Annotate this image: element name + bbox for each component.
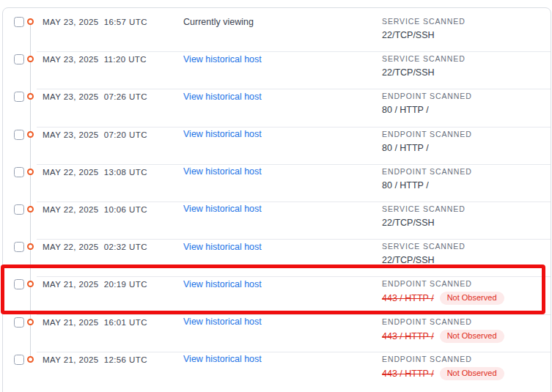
currently-viewing-label: Currently viewing bbox=[183, 16, 254, 29]
scan-time: 12:56 UTC bbox=[104, 355, 147, 364]
row-divider-line bbox=[37, 276, 551, 277]
scan-info: ENDPOINT SCANNED 80 / HTTP / bbox=[382, 166, 472, 192]
row-checkbox[interactable] bbox=[14, 92, 24, 102]
scan-date: MAY 21, 2025 bbox=[43, 355, 99, 364]
scan-type-label: ENDPOINT SCANNED bbox=[382, 354, 504, 364]
scan-timestamp: MAY 23, 202507:20 UTC bbox=[43, 129, 147, 141]
row-checkbox[interactable] bbox=[14, 279, 24, 289]
scan-value: 443 / HTTP / bbox=[382, 331, 434, 341]
scan-value: 22/TCP/SSH bbox=[382, 255, 435, 265]
timeline-row: MAY 21, 202512:56 UTC View historical ho… bbox=[3, 352, 551, 389]
host-history-panel: MAY 23, 202516:57 UTC Currently viewing … bbox=[2, 7, 551, 392]
row-checkbox[interactable] bbox=[14, 317, 24, 328]
timeline-row: MAY 21, 202520:19 UTC View historical ho… bbox=[3, 276, 551, 314]
scan-value: 22/TCP/SSH bbox=[382, 67, 435, 78]
scan-time: 11:20 UTC bbox=[104, 55, 147, 64]
view-historical-host-link[interactable]: View historical host bbox=[183, 91, 262, 103]
timeline-node-icon bbox=[27, 243, 34, 250]
view-historical-host-link[interactable]: View historical host bbox=[183, 316, 262, 328]
row-divider-line bbox=[37, 127, 551, 127]
timeline-row: MAY 23, 202507:20 UTC View historical ho… bbox=[3, 127, 551, 164]
timeline-node-icon bbox=[27, 319, 34, 325]
view-historical-host-link[interactable]: View historical host bbox=[183, 353, 262, 366]
not-observed-badge: Not Observed bbox=[440, 367, 504, 380]
scan-time: 20:19 UTC bbox=[104, 280, 147, 289]
scan-value: 22/TCP/SSH bbox=[382, 218, 435, 228]
scan-date: MAY 22, 2025 bbox=[43, 168, 99, 177]
timeline-node-icon bbox=[27, 18, 34, 25]
view-historical-host-link[interactable]: View historical host bbox=[183, 241, 262, 254]
timeline-node-icon bbox=[27, 131, 34, 138]
scan-time: 13:08 UTC bbox=[104, 168, 147, 177]
timeline-row: MAY 23, 202516:57 UTC Currently viewing … bbox=[3, 14, 551, 51]
history-row-list: MAY 23, 202516:57 UTC Currently viewing … bbox=[3, 14, 551, 389]
scan-timestamp: MAY 23, 202507:26 UTC bbox=[43, 91, 147, 103]
view-historical-host-link[interactable]: View historical host bbox=[183, 203, 262, 215]
row-divider-line bbox=[37, 352, 551, 352]
scan-type-label: SERVICE SCANNED bbox=[382, 241, 465, 251]
scan-value: 22/TCP/SSH bbox=[382, 30, 435, 40]
view-historical-host-link[interactable]: View historical host bbox=[183, 128, 262, 141]
scan-date: MAY 22, 2025 bbox=[43, 205, 99, 214]
scan-info: ENDPOINT SCANNED 80 / HTTP / bbox=[382, 91, 472, 117]
timeline-row: MAY 22, 202513:08 UTC View historical ho… bbox=[3, 164, 551, 201]
scan-type-label: SERVICE SCANNED bbox=[382, 53, 465, 64]
scan-timestamp: MAY 23, 202511:20 UTC bbox=[43, 53, 147, 65]
scan-timestamp: MAY 21, 202520:19 UTC bbox=[43, 278, 147, 290]
row-checkbox[interactable] bbox=[14, 17, 24, 27]
timeline-node-icon bbox=[27, 93, 34, 100]
scan-timestamp: MAY 22, 202510:06 UTC bbox=[43, 204, 147, 215]
scan-info: ENDPOINT SCANNED 443 / HTTP /Not Observe… bbox=[382, 354, 504, 380]
timeline-row: MAY 21, 202516:01 UTC View historical ho… bbox=[3, 314, 551, 352]
not-observed-badge: Not Observed bbox=[440, 330, 504, 343]
scan-time: 07:20 UTC bbox=[104, 130, 147, 139]
row-divider-line bbox=[37, 89, 551, 89]
timeline-node-icon bbox=[27, 206, 34, 212]
scan-timestamp: MAY 22, 202513:08 UTC bbox=[43, 166, 147, 178]
scan-value: 80 / HTTP / bbox=[382, 105, 429, 115]
scan-info: ENDPOINT SCANNED 80 / HTTP / bbox=[382, 129, 472, 155]
scan-type-label: ENDPOINT SCANNED bbox=[382, 91, 472, 101]
scan-date: MAY 23, 2025 bbox=[43, 18, 99, 26]
timeline-node-icon bbox=[27, 56, 34, 62]
scan-type-label: ENDPOINT SCANNED bbox=[382, 166, 472, 177]
view-historical-host-link[interactable]: View historical host bbox=[183, 53, 262, 66]
scan-timestamp: MAY 22, 202502:32 UTC bbox=[43, 241, 147, 253]
scan-date: MAY 21, 2025 bbox=[43, 280, 99, 289]
scan-info: SERVICE SCANNED 22/TCP/SSH bbox=[382, 16, 465, 42]
scan-type-label: SERVICE SCANNED bbox=[382, 204, 465, 214]
scan-time: 02:32 UTC bbox=[104, 243, 147, 251]
row-divider-line bbox=[37, 51, 551, 52]
row-checkbox[interactable] bbox=[14, 167, 24, 177]
scan-time: 16:57 UTC bbox=[104, 18, 147, 26]
scan-time: 10:06 UTC bbox=[104, 205, 147, 214]
scan-time: 16:01 UTC bbox=[104, 318, 147, 327]
row-divider-line bbox=[37, 201, 551, 202]
scan-date: MAY 23, 2025 bbox=[43, 55, 99, 64]
view-historical-host-link[interactable]: View historical host bbox=[183, 278, 262, 291]
row-checkbox[interactable] bbox=[14, 242, 24, 252]
scan-timestamp: MAY 21, 202516:01 UTC bbox=[43, 317, 147, 328]
row-checkbox[interactable] bbox=[14, 130, 24, 140]
scan-type-label: SERVICE SCANNED bbox=[382, 16, 465, 26]
scan-date: MAY 23, 2025 bbox=[43, 92, 99, 101]
scan-value: 443 / HTTP / bbox=[382, 369, 434, 379]
scan-info: SERVICE SCANNED 22/TCP/SSH bbox=[382, 204, 465, 229]
scan-info: ENDPOINT SCANNED 443 / HTTP /Not Observe… bbox=[382, 278, 504, 305]
row-checkbox[interactable] bbox=[14, 355, 24, 365]
row-divider-line bbox=[37, 314, 551, 315]
row-checkbox[interactable] bbox=[14, 54, 24, 64]
row-checkbox[interactable] bbox=[14, 204, 24, 215]
scan-info: SERVICE SCANNED 22/TCP/SSH bbox=[382, 241, 465, 267]
not-observed-badge: Not Observed bbox=[440, 292, 504, 305]
scan-info: SERVICE SCANNED 22/TCP/SSH bbox=[382, 53, 465, 79]
view-historical-host-link[interactable]: View historical host bbox=[183, 166, 262, 178]
scan-timestamp: MAY 23, 202516:57 UTC bbox=[43, 16, 147, 28]
scan-type-label: ENDPOINT SCANNED bbox=[382, 278, 504, 289]
timeline-row: MAY 23, 202507:26 UTC View historical ho… bbox=[3, 89, 551, 126]
timeline-node-icon bbox=[27, 281, 34, 287]
scan-date: MAY 23, 2025 bbox=[43, 130, 99, 139]
timeline-row: MAY 23, 202511:20 UTC View historical ho… bbox=[3, 51, 551, 89]
row-divider-line bbox=[37, 164, 551, 165]
scan-time: 07:26 UTC bbox=[104, 92, 147, 101]
